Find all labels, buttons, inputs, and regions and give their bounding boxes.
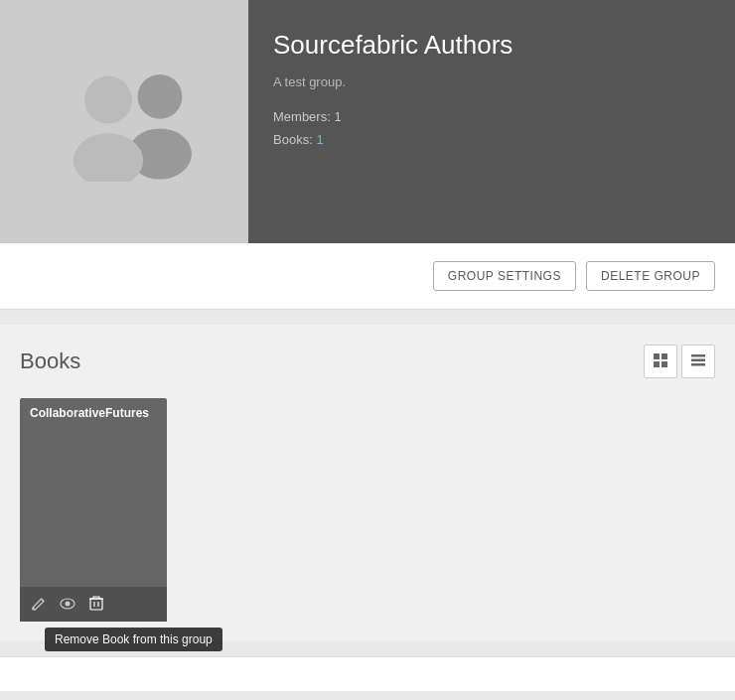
members-line: Members: 1 xyxy=(273,105,710,128)
book-card[interactable]: CollaborativeFutures xyxy=(20,398,167,622)
list-view-button[interactable] xyxy=(681,345,715,378)
group-info: Sourcefabric Authors A test group. Membe… xyxy=(248,0,735,243)
group-avatar xyxy=(0,0,248,243)
svg-point-0 xyxy=(138,74,183,119)
group-title: Sourcefabric Authors xyxy=(273,30,710,61)
books-title: Books xyxy=(20,349,80,374)
svg-rect-7 xyxy=(662,361,667,367)
svg-rect-4 xyxy=(654,353,660,359)
svg-rect-10 xyxy=(691,363,705,366)
svg-point-3 xyxy=(74,133,143,182)
svg-rect-9 xyxy=(691,358,705,361)
books-section: Books xyxy=(0,325,735,641)
remove-book-wrapper: Remove Book from this group xyxy=(89,595,103,614)
books-line: Books: 1 xyxy=(273,128,710,151)
view-toggle xyxy=(644,345,715,378)
members-label: Members: xyxy=(273,109,331,124)
book-card-actions: Remove Book from this group xyxy=(20,587,167,622)
books-label: Books: xyxy=(273,132,313,147)
remove-book-icon[interactable] xyxy=(89,597,103,614)
action-bar: GROUP SETTINGS DELETE GROUP xyxy=(0,243,735,310)
group-meta: Members: 1 Books: 1 xyxy=(273,105,710,152)
svg-point-2 xyxy=(84,75,132,123)
svg-rect-6 xyxy=(654,361,660,367)
books-count-link[interactable]: 1 xyxy=(316,132,323,147)
books-grid: CollaborativeFutures xyxy=(20,398,715,622)
group-icon xyxy=(45,63,204,182)
grid-icon xyxy=(653,352,668,371)
remove-book-tooltip: Remove Book from this group xyxy=(45,628,222,651)
svg-rect-8 xyxy=(691,354,705,357)
group-description: A test group. xyxy=(273,74,710,89)
members-count: 1 xyxy=(334,109,341,124)
view-book-icon[interactable] xyxy=(60,597,75,612)
delete-group-button[interactable]: DELETE GROUP xyxy=(586,261,715,291)
svg-rect-5 xyxy=(662,353,667,359)
edit-book-icon[interactable] xyxy=(32,597,46,613)
books-header: Books xyxy=(20,345,715,378)
book-card-title: CollaborativeFutures xyxy=(20,398,167,428)
list-icon xyxy=(690,352,706,371)
svg-rect-13 xyxy=(90,599,102,610)
bottom-bar xyxy=(0,656,735,691)
grid-view-button[interactable] xyxy=(644,345,677,378)
svg-point-12 xyxy=(66,602,71,607)
group-settings-button[interactable]: GROUP SETTINGS xyxy=(433,261,576,291)
group-header: Sourcefabric Authors A test group. Membe… xyxy=(0,0,735,243)
